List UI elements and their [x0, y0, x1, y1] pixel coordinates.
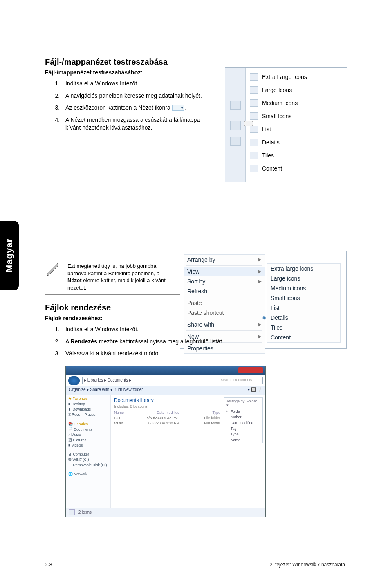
ctx-arrange-by[interactable]: Arrange by▶ [184, 255, 265, 265]
view-large[interactable]: Large Icons [250, 83, 344, 97]
view-sm-label: Small Icons [262, 113, 291, 119]
lg-icon [250, 86, 258, 94]
nav-back-button[interactable] [68, 376, 80, 385]
sm-icon [250, 112, 258, 120]
sb-recent[interactable]: ⧖ Recent Places [68, 413, 108, 417]
tip-icon-cell [45, 259, 67, 281]
arrange-folder[interactable]: Folder [224, 408, 262, 414]
sb-computer[interactable]: 🖥 Computer [68, 452, 108, 456]
sort-step-3: Válassza ki a kívánt rendezési módot. [61, 350, 347, 358]
documents-library-screenshot: ▸ Libraries ▸ Documents ▸ Search Documen… [65, 366, 266, 517]
tip-bold: Nézet [67, 277, 82, 283]
chapter-title: 2. fejezet: Windows® 7 használata [270, 562, 345, 568]
language-tab-label: Magyar [4, 238, 15, 272]
svg-marker-0 [47, 263, 59, 276]
arrange-type[interactable]: Type [224, 431, 262, 437]
view-content-label: Content [262, 165, 282, 172]
content-icon [250, 165, 258, 172]
step-3-text: Az eszközsoron kattintson a Nézet ikonra [65, 104, 172, 111]
file-list: Name Date modified Type Fax8/30/2009 9:3… [114, 411, 220, 426]
ctx-sort-by[interactable]: Sort by▶ [184, 276, 265, 286]
s2b: Rendezés [70, 338, 97, 345]
toolbar-right-icons: ≣ ▾ 🔲 ❔ [244, 387, 262, 393]
window-titlebar [66, 366, 265, 375]
sb-documents[interactable]: 📄 Documents [68, 427, 108, 431]
ctxr-lg[interactable]: Large icons [267, 274, 340, 283]
search-placeholder: Search Documents [221, 378, 252, 382]
s2c: mezőre kattintással nyissa meg a legördü… [97, 338, 224, 345]
view-details[interactable]: Details [250, 136, 344, 149]
table-row[interactable]: Fax8/30/2009 9:32 PMFile folder [114, 416, 220, 420]
ctx-view[interactable]: View▶ [184, 267, 265, 276]
status-icon [69, 509, 75, 515]
sb-d-drive[interactable]: — Removable Disk (D:) [68, 463, 108, 467]
sort-step-1: Indítsa el a Windows Intézőt. [61, 325, 347, 334]
sort-step-2: A Rendezés mezőre kattintással nyissa me… [61, 338, 347, 346]
tip-block: Ezt megteheti úgy is, ha jobb gombbal bá… [45, 259, 180, 295]
heading-customize: Fájl-/mappanézet testreszabása [45, 57, 347, 67]
sb-music[interactable]: ♪ Music [68, 433, 108, 437]
sb-network[interactable]: 🌐 Network [68, 472, 108, 476]
tiles-icon [250, 152, 258, 159]
library-header: Documents library Includes: 2 locations [114, 397, 154, 409]
arrange-date[interactable]: Date modified [224, 420, 262, 426]
view-medium[interactable]: Medium Icons [250, 97, 344, 110]
arrange-tag[interactable]: Tag [224, 426, 262, 431]
col-type: Type [212, 411, 220, 415]
sb-downloads[interactable]: ⬇ Downloads [68, 407, 108, 411]
view-size-popup: Extra Large Icons Large Icons Medium Ico… [225, 67, 347, 182]
sb-libraries[interactable]: 📚 Libraries [68, 422, 108, 426]
tip-t2: elemre kattint, majd kijelöli a kívánt n… [67, 277, 166, 291]
page-number: 2-8 [45, 562, 52, 568]
view-content[interactable]: Content [250, 162, 344, 175]
page-footer: 2-8 2. fejezet: Windows® 7 használata [45, 562, 345, 568]
table-row[interactable]: Music8/30/2009 4:30 PMFile folder [114, 421, 220, 425]
sb-c-drive[interactable]: ⛃ WIN7 (C:) [68, 458, 108, 462]
arrange-name[interactable]: Name [224, 437, 262, 443]
status-bar: 2 items [66, 508, 265, 517]
column-header-row[interactable]: Name Date modified Type [114, 411, 220, 415]
toolbar-left-items: Organize ▾ Share with ▾ Burn New folder [69, 387, 143, 393]
arrange-by-dropdown[interactable]: Arrange by: Folder ▾ Folder Author Date … [224, 397, 263, 443]
view-popup-slider-strip [225, 68, 246, 182]
view-tiles-label: Tiles [262, 152, 274, 159]
tip-text: Ezt megteheti úgy is, ha jobb gombbal bá… [67, 259, 174, 294]
ctxr-sm[interactable]: Small icons [267, 293, 340, 303]
window-close-buttons[interactable] [238, 367, 263, 373]
step-2: A navigációs panelben keresse meg adatai… [61, 92, 217, 100]
ctxr-xl[interactable]: Extra large icons [267, 264, 340, 274]
explorer-sidebar: ★ Favorites ■ Desktop ⬇ Downloads ⧖ Rece… [66, 395, 111, 508]
view-extra-large[interactable]: Extra Large Icons [250, 70, 344, 83]
library-title: Documents library [114, 397, 154, 403]
view-list[interactable]: List [250, 123, 344, 136]
view-tiles[interactable]: Tiles [250, 149, 344, 162]
tip-t1: Ezt megteheti úgy is, ha jobb gombbal bá… [67, 263, 160, 276]
view-small[interactable]: Small Icons [250, 110, 344, 123]
sb-favorites[interactable]: ★ Favorites [68, 397, 108, 401]
explorer-toolbar[interactable]: Organize ▾ Share with ▾ Burn New folder … [66, 386, 265, 395]
sb-desktop[interactable]: ■ Desktop [68, 402, 108, 406]
ctxr-md[interactable]: Medium icons [267, 283, 340, 293]
language-tab: Magyar [0, 221, 19, 290]
view-details-label: Details [262, 139, 280, 146]
view-md-label: Medium Icons [262, 100, 298, 106]
view-lg-label: Large Icons [262, 87, 292, 93]
step-4: A Nézet menüben mozgassa a csúszkát a fá… [61, 116, 217, 132]
sb-pictures[interactable]: 🖼 Pictures [68, 438, 108, 442]
search-box[interactable]: Search Documents [219, 377, 263, 384]
address-bar[interactable]: ▸ Libraries ▸ Documents ▸ [82, 377, 216, 384]
step-1: Indítsa el a Windows Intézőt. [61, 80, 217, 88]
list-icon [250, 126, 258, 133]
subheading-sort: Fájlok rendezéséhez: [45, 315, 347, 321]
section-sort: Fájlok rendezése Fájlok rendezéséhez: In… [45, 303, 347, 517]
pencil-icon [45, 262, 61, 278]
status-text: 2 items [78, 510, 92, 514]
view-options-list: Extra Large Icons Large Icons Medium Ico… [250, 70, 344, 179]
col-date: Date modified [157, 411, 179, 415]
ctx-refresh[interactable]: Refresh [184, 286, 265, 296]
steps-customize: Indítsa el a Windows Intézőt. A navigáci… [45, 80, 217, 132]
sb-videos[interactable]: ■ Videos [68, 443, 108, 447]
strip-thumb-a [230, 101, 241, 110]
view-xl-label: Extra Large Icons [262, 74, 307, 80]
arrange-author[interactable]: Author [224, 414, 262, 420]
